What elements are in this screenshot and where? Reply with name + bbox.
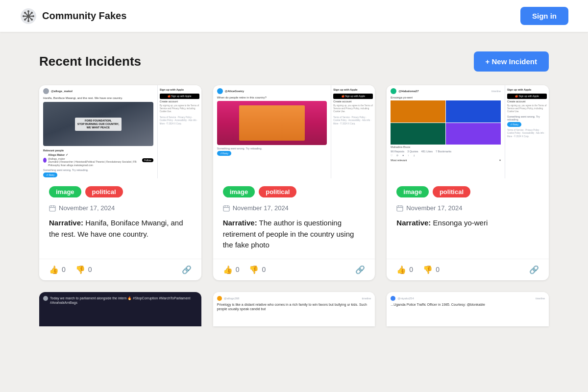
card-narrative-2: Narrative: The author is questioning ret… bbox=[223, 218, 366, 251]
tag-image-1: image bbox=[49, 186, 81, 197]
card-date-3: November 17, 2024 bbox=[396, 204, 539, 212]
card-footer-2: 👍 0 👎 0 🔗 bbox=[213, 259, 375, 280]
calendar-icon-1 bbox=[49, 205, 56, 212]
upvote-icon-1: 👍 bbox=[49, 265, 59, 274]
bottom-cards-row: Today we march to parliament alongside t… bbox=[39, 292, 549, 326]
card-body-3: image political November 17, 2024 Narrat… bbox=[387, 178, 549, 259]
svg-rect-21 bbox=[397, 206, 403, 211]
downvote-icon-2: 👎 bbox=[249, 265, 259, 274]
link-icon-2[interactable]: 🔗 bbox=[355, 265, 365, 274]
narrative-label-1: Narrative: bbox=[49, 219, 83, 227]
page-header: Recent Incidents + New Incident bbox=[39, 51, 549, 72]
link-icon-1[interactable]: 🔗 bbox=[182, 265, 192, 274]
svg-point-7 bbox=[23, 15, 24, 17]
card-tags-1: image political bbox=[49, 186, 192, 197]
narrative-label-3: Narrative: bbox=[396, 219, 431, 227]
tag-image-2: image bbox=[223, 186, 255, 197]
tweet-mockup-3: @Habaloma27 timeline Ensonga yo-weri Mah… bbox=[387, 85, 549, 178]
incident-card-2: @AliceGoetry When do people retire in th… bbox=[213, 85, 375, 280]
calendar-icon-2 bbox=[223, 205, 230, 212]
upvote-group-1[interactable]: 👍 0 bbox=[49, 265, 66, 274]
svg-rect-13 bbox=[49, 206, 55, 211]
bottom-card-2-text: Privelogy is like a distant relative who… bbox=[217, 303, 367, 311]
upvote-group-2[interactable]: 👍 0 bbox=[223, 265, 240, 274]
card-date-1: November 17, 2024 bbox=[49, 204, 192, 212]
tweet-mockup-2: @AliceGoetry When do people retire in th… bbox=[213, 85, 375, 178]
upvote-group-3[interactable]: 👍 0 bbox=[396, 265, 413, 274]
downvote-count-2: 0 bbox=[262, 266, 266, 273]
card-tags-2: image political bbox=[223, 186, 366, 197]
svg-point-8 bbox=[32, 15, 34, 17]
calendar-icon-3 bbox=[396, 205, 403, 212]
bottom-card-3-text: ...Uganda Police Traffic Officer in 1985… bbox=[391, 303, 485, 306]
header: Community Fakes Sign in bbox=[0, 0, 588, 32]
downvote-count-3: 0 bbox=[436, 266, 440, 273]
downvote-group-2[interactable]: 👎 0 bbox=[249, 265, 266, 274]
svg-rect-17 bbox=[223, 206, 229, 211]
card-date-2: November 17, 2024 bbox=[223, 204, 366, 212]
card-screenshot-3: @Habaloma27 timeline Ensonga yo-weri Mah… bbox=[387, 85, 549, 178]
page-title: Recent Incidents bbox=[39, 54, 141, 69]
logo-title: Community Fakes bbox=[42, 10, 126, 22]
sign-in-button[interactable]: Sign in bbox=[520, 7, 568, 25]
card-screenshot-1: @allogs_makol Hanifa, Boniface Mwangi, a… bbox=[39, 85, 201, 178]
upvote-count-3: 0 bbox=[409, 266, 413, 273]
upvote-count-1: 0 bbox=[62, 266, 66, 273]
svg-point-9 bbox=[24, 12, 26, 14]
svg-point-12 bbox=[24, 19, 26, 21]
downvote-group-1[interactable]: 👎 0 bbox=[75, 265, 92, 274]
tag-political-2: political bbox=[259, 186, 296, 197]
downvote-count-1: 0 bbox=[88, 266, 92, 273]
narrative-label-2: Narrative: bbox=[223, 219, 257, 227]
card-tags-3: image political bbox=[396, 186, 539, 197]
downvote-icon-3: 👎 bbox=[423, 265, 433, 274]
new-incident-button[interactable]: + New Incident bbox=[474, 51, 549, 72]
bottom-card-2: @allogs268 timeline Privelogy is like a … bbox=[213, 292, 375, 326]
bottom-card-3: @niyako254 timeline ...Uganda Police Tra… bbox=[387, 292, 549, 326]
downvote-group-3[interactable]: 👎 0 bbox=[423, 265, 440, 274]
tag-political-1: political bbox=[85, 186, 123, 197]
main-content: Recent Incidents + New Incident @allogs_… bbox=[0, 32, 588, 346]
date-text-1: November 17, 2024 bbox=[59, 204, 115, 212]
tag-political-3: political bbox=[433, 186, 470, 197]
card-footer-3: 👍 0 👎 0 🔗 bbox=[387, 259, 549, 280]
link-icon-3[interactable]: 🔗 bbox=[529, 265, 539, 274]
incident-card-1: @allogs_makol Hanifa, Boniface Mwangi, a… bbox=[39, 85, 201, 280]
card-narrative-1: Narrative: Hanifa, Boniface Mwangi, and … bbox=[49, 218, 192, 251]
tweet-mockup-1: @allogs_makol Hanifa, Boniface Mwangi, a… bbox=[39, 85, 201, 178]
svg-point-6 bbox=[27, 20, 29, 22]
date-text-2: November 17, 2024 bbox=[233, 204, 289, 212]
svg-point-11 bbox=[31, 12, 33, 14]
card-footer-1: 👍 0 👎 0 🔗 bbox=[39, 259, 201, 280]
cards-grid: @allogs_makol Hanifa, Boniface Mwangi, a… bbox=[39, 85, 549, 280]
card-screenshot-2: @AliceGoetry When do people retire in th… bbox=[213, 85, 375, 178]
logo-icon bbox=[20, 7, 37, 25]
upvote-icon-3: 👍 bbox=[396, 265, 406, 274]
svg-point-10 bbox=[31, 19, 33, 21]
upvote-count-2: 0 bbox=[236, 266, 240, 273]
upvote-icon-2: 👍 bbox=[223, 265, 233, 274]
bottom-card-1: Today we march to parliament alongside t… bbox=[39, 292, 201, 326]
card-body-1: image political November 17, 2024 Narrat… bbox=[39, 178, 201, 259]
logo-area: Community Fakes bbox=[20, 7, 126, 25]
card-narrative-3: Narrative: Ensonga yo-weri bbox=[396, 218, 539, 251]
date-text-3: November 17, 2024 bbox=[406, 204, 462, 212]
svg-point-5 bbox=[27, 10, 29, 12]
narrative-content-3: Ensonga yo-weri bbox=[433, 219, 488, 227]
card-body-2: image political November 17, 2024 Narrat… bbox=[213, 178, 375, 259]
incident-card-3: @Habaloma27 timeline Ensonga yo-weri Mah… bbox=[387, 85, 549, 280]
tag-image-3: image bbox=[396, 186, 429, 197]
downvote-icon-1: 👎 bbox=[75, 265, 85, 274]
bottom-card-1-text: Today we march to parliament alongside t… bbox=[50, 296, 197, 306]
